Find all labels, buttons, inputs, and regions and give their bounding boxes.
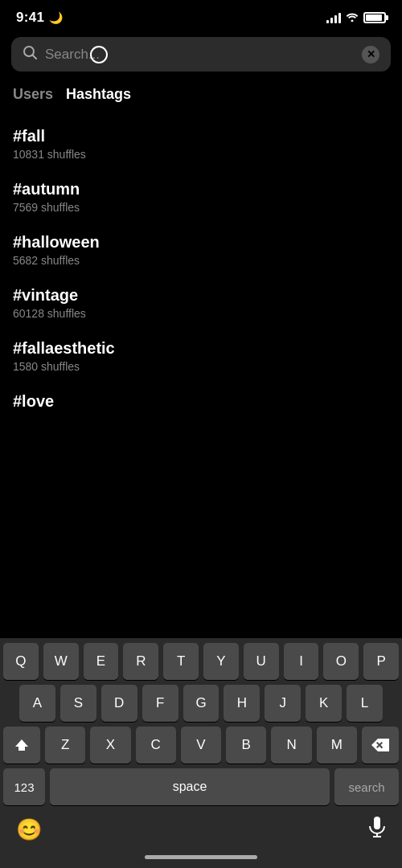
key-l[interactable]: L — [347, 685, 383, 722]
hashtag-count: 7569 shuffles — [13, 201, 389, 214]
status-icons — [326, 11, 386, 24]
emoji-key[interactable]: 😊 — [16, 817, 42, 842]
key-b[interactable]: B — [226, 727, 266, 764]
tab-users[interactable]: Users — [13, 84, 53, 104]
hashtag-name: #fall — [13, 127, 389, 145]
key-x[interactable]: X — [90, 727, 130, 764]
key-i[interactable]: I — [284, 643, 319, 680]
key-y[interactable]: Y — [203, 643, 239, 680]
hashtag-name: #vintage — [13, 286, 389, 305]
num-key[interactable]: 123 — [3, 768, 45, 805]
space-key[interactable]: space — [50, 768, 330, 805]
list-item[interactable]: #autumn 7569 shuffles — [0, 170, 402, 223]
status-bar: 9:41 🌙 — [0, 0, 402, 32]
shift-key[interactable] — [3, 727, 40, 764]
keyboard-row-1: Q W E R T Y U I O P — [0, 638, 402, 680]
svg-point-0 — [24, 47, 34, 56]
svg-rect-3 — [374, 817, 380, 829]
keyboard-row-3: Z X C V B N M — [0, 722, 402, 764]
search-icon — [23, 45, 37, 63]
key-g[interactable]: G — [183, 685, 219, 722]
key-h[interactable]: H — [224, 685, 260, 722]
key-j[interactable]: J — [265, 685, 301, 722]
hashtag-name: #autumn — [13, 180, 389, 199]
key-s[interactable]: S — [60, 685, 96, 722]
keyboard-row-2: A S D F G H J K L — [0, 680, 402, 722]
key-z[interactable]: Z — [45, 727, 85, 764]
key-t[interactable]: T — [163, 643, 199, 680]
key-w[interactable]: W — [43, 643, 79, 680]
key-v[interactable]: V — [181, 727, 221, 764]
svg-line-1 — [33, 55, 36, 59]
key-u[interactable]: U — [244, 643, 279, 680]
key-n[interactable]: N — [271, 727, 311, 764]
hashtag-name: #fallaesthetic — [13, 339, 389, 358]
battery-icon — [363, 12, 386, 23]
keyboard-bottom-row: 123 space search — [0, 764, 402, 810]
home-indicator — [0, 845, 402, 868]
delete-key[interactable] — [362, 727, 399, 764]
signal-icon — [326, 12, 341, 23]
svg-marker-2 — [15, 739, 28, 751]
list-item[interactable]: #halloween 5682 shuffles — [0, 223, 402, 276]
key-f[interactable]: F — [142, 685, 178, 722]
hashtag-count: 60128 shuffles — [13, 307, 389, 320]
tab-bar: Users Hashtags — [0, 72, 402, 111]
home-bar — [145, 855, 257, 859]
search-key[interactable]: search — [334, 768, 399, 805]
key-q[interactable]: Q — [3, 643, 39, 680]
hashtag-name: #love — [13, 392, 389, 411]
key-d[interactable]: D — [101, 685, 137, 722]
hashtag-count: 10831 shuffles — [13, 148, 389, 161]
key-c[interactable]: C — [136, 727, 176, 764]
wifi-icon — [346, 11, 359, 24]
microphone-key[interactable] — [368, 817, 386, 842]
list-item[interactable]: #love — [0, 383, 402, 416]
list-item[interactable]: #fall 10831 shuffles — [0, 117, 402, 170]
key-e[interactable]: E — [84, 643, 119, 680]
list-item[interactable]: #fallaesthetic 1580 shuffles — [0, 330, 402, 383]
keyboard-extras: 😊 — [0, 810, 402, 845]
key-m[interactable]: M — [317, 727, 357, 764]
list-item[interactable]: #vintage 60128 shuffles — [0, 276, 402, 330]
hashtag-list: #fall 10831 shuffles #autumn 7569 shuffl… — [0, 111, 402, 423]
tab-hashtags[interactable]: Hashtags — [66, 84, 131, 104]
hashtag-count: 1580 shuffles — [13, 360, 389, 373]
key-r[interactable]: R — [123, 643, 158, 680]
key-k[interactable]: K — [306, 685, 342, 722]
hashtag-name: #halloween — [13, 233, 389, 252]
keyboard: Q W E R T Y U I O P A S D F G H J K L Z … — [0, 638, 402, 868]
status-time: 9:41 — [16, 10, 44, 26]
moon-icon: 🌙 — [49, 11, 63, 24]
hashtag-count: 5682 shuffles — [13, 254, 389, 267]
key-o[interactable]: O — [323, 643, 359, 680]
key-p[interactable]: P — [363, 643, 399, 680]
cursor-indicator — [90, 46, 108, 63]
search-clear-button[interactable]: ✕ — [362, 46, 379, 63]
key-a[interactable]: A — [19, 685, 55, 722]
search-bar[interactable]: ✕ — [11, 37, 391, 72]
